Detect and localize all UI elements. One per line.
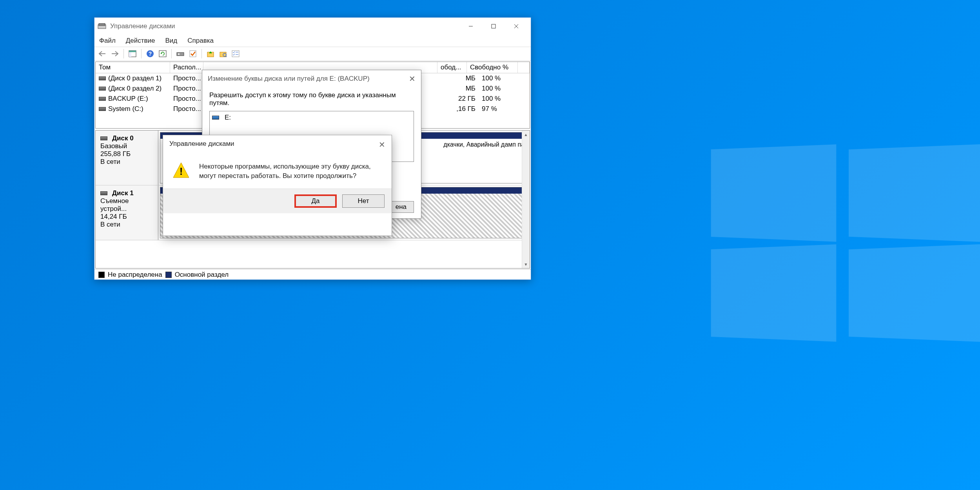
legend: Не распределена Основной раздел bbox=[94, 269, 531, 279]
vol-layout: Просто... bbox=[170, 94, 203, 103]
vol-name: BACKUP (E:) bbox=[108, 95, 148, 103]
disk-size: 14,24 ГБ bbox=[100, 213, 153, 221]
svg-rect-11 bbox=[159, 51, 166, 57]
panel-icon[interactable] bbox=[127, 48, 138, 59]
toolbar: ? bbox=[94, 47, 531, 61]
warning-icon: ! bbox=[172, 162, 190, 179]
menu-help[interactable]: Справка bbox=[187, 37, 214, 45]
col-free[interactable]: обод... bbox=[437, 62, 467, 73]
menu-file[interactable]: Файл bbox=[99, 37, 116, 45]
disk-status: В сети bbox=[100, 158, 153, 166]
dialog-footer: Да Нет bbox=[163, 189, 392, 213]
disk-type: Съемное устрой... bbox=[100, 197, 153, 213]
list-item[interactable]: E: bbox=[212, 114, 411, 122]
windows-logo-bg bbox=[706, 147, 980, 343]
list-check-icon[interactable] bbox=[230, 48, 241, 59]
vol-free: МБ bbox=[449, 74, 479, 83]
dialog-text: Разрешить доступ к этому тому по букве д… bbox=[209, 91, 414, 107]
col-layout[interactable]: Распол... bbox=[170, 62, 203, 73]
col-end[interactable] bbox=[518, 62, 530, 73]
path-label: E: bbox=[225, 114, 231, 122]
svg-rect-8 bbox=[129, 52, 131, 57]
vol-pct: 100 % bbox=[479, 84, 530, 93]
col-volume[interactable]: Том bbox=[96, 62, 170, 73]
menubar: Файл Действие Вид Справка bbox=[94, 35, 531, 47]
vol-name: (Диск 0 раздел 2) bbox=[108, 85, 162, 93]
volume-icon bbox=[99, 107, 106, 111]
vol-layout: Просто... bbox=[170, 105, 203, 113]
svg-rect-7 bbox=[129, 51, 136, 52]
back-icon[interactable] bbox=[97, 48, 108, 59]
confirmation-dialog: Управление дисками ✕ ! Некоторые програм… bbox=[163, 135, 392, 236]
refresh-icon[interactable] bbox=[157, 48, 168, 59]
disk-info[interactable]: Диск 1 Съемное устрой... 14,24 ГБ В сети bbox=[96, 185, 158, 240]
volume-icon bbox=[99, 87, 106, 91]
minimize-button[interactable] bbox=[459, 18, 482, 34]
vol-layout: Просто... bbox=[170, 74, 203, 83]
disk-size: 255,88 ГБ bbox=[100, 150, 153, 158]
titlebar[interactable]: Управление дисками bbox=[94, 18, 531, 35]
svg-rect-3 bbox=[492, 24, 495, 28]
window-title: Управление дисками bbox=[110, 22, 459, 30]
vol-free: МБ bbox=[449, 84, 479, 93]
dialog-titlebar[interactable]: Управление дисками ✕ bbox=[163, 135, 392, 154]
svg-rect-14 bbox=[190, 51, 196, 57]
col-free-pct[interactable]: Свободно % bbox=[467, 62, 518, 73]
disk-icon bbox=[100, 191, 107, 195]
drive-icon bbox=[212, 116, 219, 120]
dialog-titlebar[interactable]: Изменение буквы диска или путей для E: (… bbox=[202, 70, 421, 87]
help-icon[interactable]: ? bbox=[145, 48, 156, 59]
dialog-title: Управление дисками bbox=[169, 140, 234, 149]
legend-unallocated-label: Не распределена bbox=[108, 271, 162, 279]
disk-type: Базовый bbox=[100, 142, 153, 150]
menu-view[interactable]: Вид bbox=[165, 37, 178, 45]
svg-rect-19 bbox=[232, 51, 239, 57]
dialog-title: Изменение буквы диска или путей для E: (… bbox=[208, 75, 370, 83]
vol-free: ,16 ГБ bbox=[449, 105, 479, 113]
legend-primary-label: Основной раздел bbox=[175, 271, 229, 279]
vol-name: (Диск 0 раздел 1) bbox=[108, 74, 162, 82]
close-icon[interactable]: ✕ bbox=[409, 74, 416, 83]
close-icon[interactable]: ✕ bbox=[379, 140, 385, 149]
disk-icon bbox=[100, 136, 107, 140]
legend-primary-swatch bbox=[165, 272, 172, 278]
svg-point-13 bbox=[178, 53, 180, 55]
disk-title: Диск 1 bbox=[112, 189, 134, 197]
check-icon[interactable] bbox=[187, 48, 198, 59]
vol-name: System (C:) bbox=[108, 105, 143, 113]
volume-icon bbox=[99, 97, 106, 101]
no-button[interactable]: Нет bbox=[342, 194, 385, 208]
dialog-message: Некоторые программы, использующие эту бу… bbox=[199, 162, 382, 181]
vol-pct: 97 % bbox=[479, 105, 530, 113]
vertical-scrollbar[interactable]: ▲ ▼ bbox=[522, 131, 530, 268]
folder-search-icon[interactable] bbox=[218, 48, 229, 59]
maximize-button[interactable] bbox=[482, 18, 505, 34]
volume-icon bbox=[99, 76, 106, 80]
vol-pct: 100 % bbox=[479, 74, 530, 83]
app-icon bbox=[98, 23, 106, 29]
folder-up-icon[interactable] bbox=[205, 48, 216, 59]
scroll-up-icon[interactable]: ▲ bbox=[522, 131, 530, 138]
forward-icon[interactable] bbox=[109, 48, 120, 59]
disk-title: Диск 0 bbox=[112, 134, 134, 142]
yes-button[interactable]: Да bbox=[294, 194, 337, 208]
vol-free: 22 ГБ bbox=[449, 94, 479, 103]
legend-unallocated-swatch bbox=[98, 272, 105, 278]
svg-text:?: ? bbox=[149, 51, 152, 57]
close-button[interactable] bbox=[505, 18, 528, 34]
vol-layout: Просто... bbox=[170, 84, 203, 93]
svg-rect-12 bbox=[177, 53, 184, 56]
settings-icon[interactable] bbox=[175, 48, 186, 59]
menu-action[interactable]: Действие bbox=[126, 37, 155, 45]
disk-status: В сети bbox=[100, 221, 153, 229]
svg-rect-1 bbox=[99, 24, 105, 25]
disk-info[interactable]: Диск 0 Базовый 255,88 ГБ В сети bbox=[96, 131, 158, 185]
scroll-down-icon[interactable]: ▼ bbox=[522, 260, 530, 268]
svg-text:!: ! bbox=[180, 165, 183, 177]
vol-pct: 100 % bbox=[479, 94, 530, 103]
